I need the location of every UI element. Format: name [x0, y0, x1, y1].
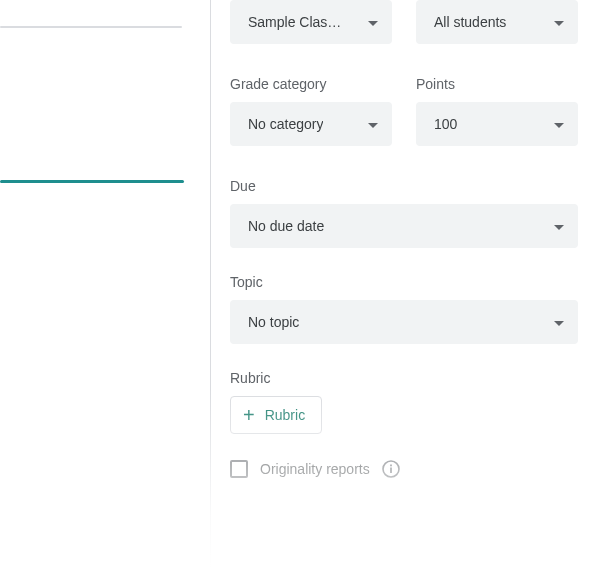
add-rubric-button[interactable]: + Rubric [230, 396, 322, 434]
vertical-divider [210, 0, 211, 568]
students-selector-value: All students [434, 14, 506, 30]
info-icon[interactable] [382, 460, 400, 478]
caret-down-icon [554, 217, 564, 235]
rubric-label: Rubric [230, 370, 578, 386]
topic-dropdown[interactable]: No topic [230, 300, 578, 344]
points-value: 100 [434, 116, 457, 132]
topic-value: No topic [248, 314, 299, 330]
caret-down-icon [554, 313, 564, 331]
originality-reports-label: Originality reports [260, 461, 370, 477]
originality-reports-checkbox[interactable] [230, 460, 248, 478]
due-label: Due [230, 178, 578, 194]
plus-icon: + [243, 405, 255, 425]
caret-down-icon [554, 13, 564, 31]
left-pane [0, 0, 210, 568]
due-date-value: No due date [248, 218, 324, 234]
points-dropdown[interactable]: 100 [416, 102, 578, 146]
svg-rect-2 [390, 465, 392, 467]
caret-down-icon [368, 115, 378, 133]
class-selector-dropdown[interactable]: Sample Clas… [230, 0, 392, 44]
grade-category-dropdown[interactable]: No category [230, 102, 392, 146]
caret-down-icon [368, 13, 378, 31]
tab-divider [0, 26, 182, 28]
points-label: Points [416, 76, 578, 92]
caret-down-icon [554, 115, 564, 133]
topic-label: Topic [230, 274, 578, 290]
grade-category-label: Grade category [230, 76, 392, 92]
students-selector-dropdown[interactable]: All students [416, 0, 578, 44]
due-date-dropdown[interactable]: No due date [230, 204, 578, 248]
grade-category-value: No category [248, 116, 323, 132]
tab-active-indicator [0, 180, 184, 183]
svg-rect-1 [390, 468, 392, 474]
rubric-button-label: Rubric [265, 407, 305, 423]
settings-panel: Sample Clas… All students Grade category… [230, 0, 578, 478]
class-selector-value: Sample Clas… [248, 14, 341, 30]
